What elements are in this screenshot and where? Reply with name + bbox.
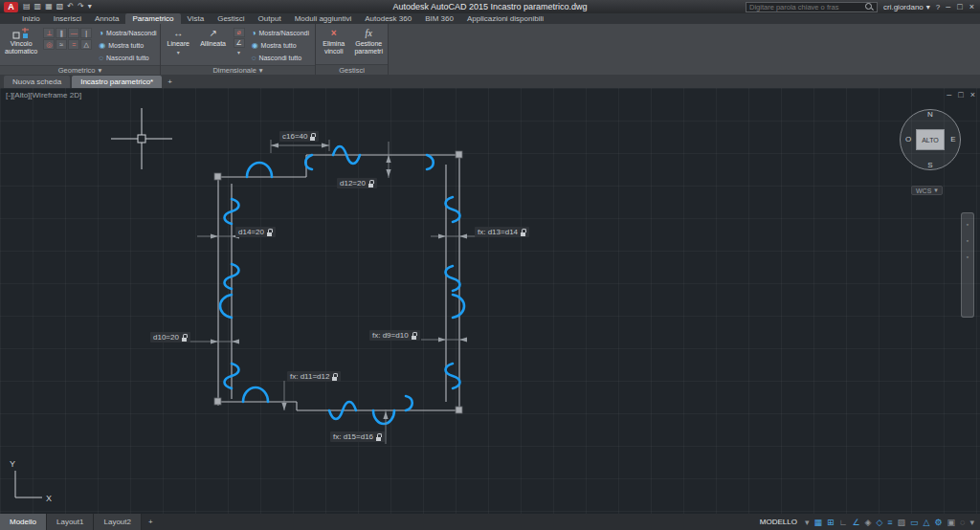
wcs-menu[interactable]: WCS ▾: [911, 186, 943, 195]
viewcube-east[interactable]: E: [948, 135, 958, 144]
new-drawing-tab-button[interactable]: +: [164, 76, 176, 88]
workspace-gear-icon[interactable]: ⚙: [935, 518, 943, 527]
annotation-monitor-icon[interactable]: ▣: [947, 518, 956, 527]
model-space-canvas[interactable]: [-][Alto][Wireframe 2D] – □ ×: [0, 88, 980, 514]
tab-autodesk-360[interactable]: Autodesk 360: [358, 13, 418, 24]
close-button[interactable]: ×: [969, 2, 974, 11]
parametric-drawing[interactable]: Y X: [0, 88, 980, 514]
grip-top-left[interactable]: [214, 173, 221, 180]
snap-toggle-icon[interactable]: ⊞: [827, 518, 835, 527]
autocad-logo-icon[interactable]: A: [4, 2, 18, 12]
parameter-manager-button[interactable]: fx Gestione parametri: [352, 26, 385, 56]
dynamic-hide-all-button[interactable]: ◌ Nascondi tutto: [249, 52, 312, 63]
panel-footer-geometrico[interactable]: Geometrico ▾: [0, 65, 160, 75]
tab-vista[interactable]: Vista: [181, 13, 212, 24]
tab-parametrico[interactable]: Parametrico: [125, 13, 180, 24]
new-icon[interactable]: ▤: [23, 2, 31, 11]
dimension-constraint-d14[interactable]: d14=20: [235, 227, 276, 237]
navigation-bar[interactable]: ◦ ◦ ◦: [961, 212, 974, 318]
model-space-label[interactable]: MODELLO: [760, 518, 797, 526]
layout-tab-modello[interactable]: Modello: [0, 514, 47, 530]
dynamic-show-all-button[interactable]: ◉ Mostra tutto: [249, 39, 312, 51]
plot-icon[interactable]: ▧: [56, 2, 64, 11]
linear-dropdown-icon[interactable]: ▾: [177, 49, 180, 56]
new-layout-button[interactable]: +: [142, 514, 160, 530]
smooth-constraint-icon[interactable]: ≈: [56, 39, 67, 50]
viewcube-north[interactable]: N: [925, 110, 935, 119]
tab-moduli-aggiuntivi[interactable]: Moduli aggiuntivi: [288, 13, 359, 24]
delete-constraints-button[interactable]: × Elimina vincoli: [319, 26, 348, 56]
horizontal-constraint-icon[interactable]: —: [68, 28, 79, 38]
diameter-dimension-icon[interactable]: ⌀: [234, 28, 245, 37]
grid-toggle-icon[interactable]: ▦: [814, 518, 823, 527]
dimension-constraint-d11[interactable]: fx: d11=d12: [287, 371, 341, 382]
panel-footer-dimensionale[interactable]: Dimensionale ▾: [161, 65, 315, 75]
perpendicular-constraint-icon[interactable]: ⊥: [43, 28, 55, 38]
viewcube-west[interactable]: O: [903, 135, 913, 144]
geometric-hide-all-button[interactable]: ◌ Nascondi tutto: [96, 52, 159, 63]
geometric-show-all-button[interactable]: ◉ Mostra tutto: [96, 39, 159, 51]
open-icon[interactable]: ▥: [34, 2, 42, 11]
dynamic-input-toggle-icon[interactable]: ▭: [910, 518, 919, 527]
help-search[interactable]: [746, 2, 878, 12]
parallel-constraint-icon[interactable]: ∥: [56, 28, 67, 38]
model-dropdown-icon[interactable]: ▾: [805, 518, 810, 527]
tab-output[interactable]: Output: [252, 13, 288, 24]
dimension-constraint-d13[interactable]: fx: d13=d14: [475, 227, 529, 237]
grip-top-right[interactable]: [456, 151, 462, 158]
angular-dimension-icon[interactable]: ∠: [234, 38, 245, 48]
isodraft-toggle-icon[interactable]: ◈: [864, 518, 871, 527]
tab-gestisci[interactable]: Gestisci: [211, 13, 251, 24]
panel-footer-gestisci[interactable]: Gestisci: [316, 64, 388, 75]
geometric-show-hide-button[interactable]: ◑ Mostra/Nascondi: [96, 27, 159, 38]
linear-dimension-button[interactable]: ↔ Lineare ▾: [164, 26, 193, 57]
dynamic-show-hide-button[interactable]: ◑ Mostra/Nascondi: [249, 27, 312, 38]
dimension-constraint-d10[interactable]: d10=20: [150, 332, 190, 342]
search-input[interactable]: [749, 3, 862, 11]
viewcube-south[interactable]: S: [925, 161, 935, 169]
search-icon[interactable]: [865, 3, 874, 11]
dimension-constraint-d12[interactable]: d12=20: [337, 178, 377, 188]
vertical-constraint-icon[interactable]: |: [80, 28, 92, 38]
undo-icon[interactable]: ↶: [67, 2, 74, 11]
viewcube[interactable]: N S O E ALTO WCS ▾: [896, 105, 970, 201]
tab-bim-360[interactable]: BIM 360: [418, 13, 460, 24]
dimension-constraint-c16[interactable]: c16=40: [279, 131, 319, 142]
qat-dropdown-icon[interactable]: ▾: [88, 2, 92, 11]
equal-constraint-icon[interactable]: =: [68, 39, 79, 50]
layout-tab-layout1[interactable]: Layout1: [47, 514, 94, 530]
tab-applicazioni-disponibili[interactable]: Applicazioni disponibili: [460, 13, 550, 24]
concentric-constraint-icon[interactable]: ◎: [43, 39, 55, 50]
nav-zoom-icon[interactable]: ◦: [967, 237, 969, 244]
layout-tab-layout2[interactable]: Layout2: [94, 514, 141, 530]
symmetric-constraint-icon[interactable]: △: [80, 39, 92, 50]
viewcube-top-face[interactable]: ALTO: [916, 129, 945, 150]
redo-icon[interactable]: ↷: [78, 2, 84, 11]
doc-tab-incastro-parametrico[interactable]: Incastro parametrico*: [72, 76, 162, 88]
ortho-toggle-icon[interactable]: ∟: [839, 518, 848, 527]
help-icon[interactable]: ?: [936, 3, 940, 11]
clean-screen-icon[interactable]: ◌: [960, 518, 965, 527]
customization-dropdown-icon[interactable]: ▾: [969, 518, 974, 527]
save-icon[interactable]: ▦: [45, 2, 53, 11]
minimize-button[interactable]: –: [946, 2, 950, 11]
doc-tab-nuova-scheda[interactable]: Nuova scheda: [4, 76, 70, 88]
grip-bottom-right[interactable]: [456, 407, 462, 413]
user-dropdown-icon[interactable]: ▾: [926, 3, 930, 11]
polar-toggle-icon[interactable]: ∠: [852, 518, 859, 527]
osnap-toggle-icon[interactable]: ◇: [876, 518, 882, 527]
signin-user[interactable]: cri.giordano ▾: [883, 3, 930, 11]
selection-cycling-icon[interactable]: △: [924, 518, 930, 527]
tab-annota[interactable]: Annota: [88, 13, 125, 24]
aligned-dimension-button[interactable]: ↗ Allineata: [197, 26, 230, 49]
nav-orbit-icon[interactable]: ◦: [967, 254, 969, 260]
dim-more-dropdown-icon[interactable]: ▾: [234, 49, 245, 55]
grip-bottom-left[interactable]: [214, 398, 221, 405]
lineweight-toggle-icon[interactable]: ≡: [887, 518, 892, 527]
tab-inizio[interactable]: Inizio: [15, 13, 47, 24]
transparency-toggle-icon[interactable]: ▨: [898, 518, 906, 527]
tab-inserisci[interactable]: Inserisci: [47, 13, 88, 24]
auto-constrain-button[interactable]: Vincolo automatico: [3, 26, 39, 56]
dimension-constraint-d9[interactable]: fx: d9=d10: [369, 330, 420, 341]
dimension-constraint-d15[interactable]: fx: d15=d16: [330, 431, 385, 442]
